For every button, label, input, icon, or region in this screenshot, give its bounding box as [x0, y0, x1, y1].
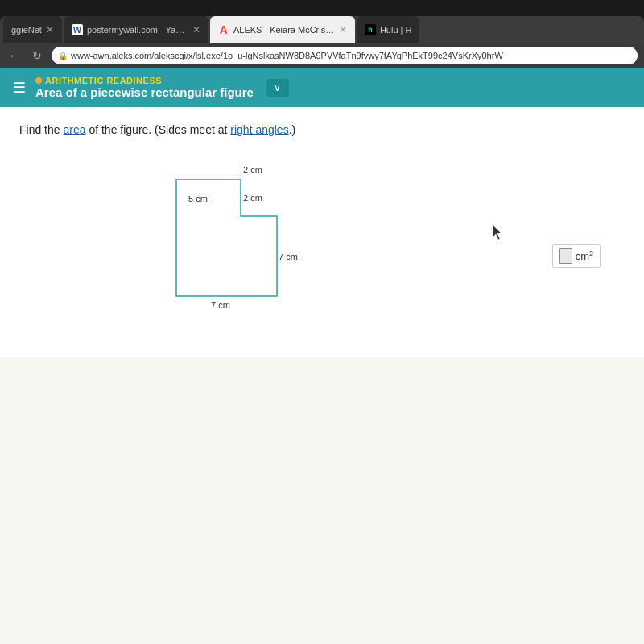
- tab-postermywall-label: postermywall.com - Yahoo Searc: [87, 25, 188, 35]
- label-7cm-right: 7 cm: [279, 252, 298, 262]
- tab-aleks-label: ALEKS - Keiara McCriston - Learn: [233, 25, 335, 35]
- expand-button[interactable]: ∨: [266, 79, 289, 97]
- page-title: Area of a piecewise rectangular figure: [35, 85, 254, 99]
- hulu-icon: h: [365, 24, 376, 35]
- tab-hulu[interactable]: h Hulu | H: [357, 16, 420, 43]
- figure-svg: 2 cm 2 cm 5 cm 7 cm 7 cm: [116, 155, 374, 332]
- status-dot: [35, 77, 42, 84]
- page-content: ☰ ARITHMETIC READINESS Area of a piecewi…: [0, 68, 644, 644]
- answer-unit: cm2: [576, 250, 593, 262]
- cursor: [493, 225, 504, 244]
- reload-button[interactable]: ↻: [29, 49, 45, 62]
- aleks-header: ☰ ARITHMETIC READINESS Area of a piecewi…: [0, 68, 644, 107]
- url-text: www-awn.aleks.com/alekscgi/x/lsl.exe/1o_…: [71, 51, 503, 60]
- right-angles-link[interactable]: right angles: [230, 123, 288, 136]
- area-link[interactable]: area: [63, 123, 85, 136]
- hamburger-menu[interactable]: ☰: [13, 79, 26, 97]
- tab-close-icon-3[interactable]: ✕: [339, 24, 347, 35]
- tab-close-icon[interactable]: ✕: [46, 24, 54, 35]
- tab-aleks[interactable]: A ALEKS - Keiara McCriston - Learn ✕: [210, 16, 355, 43]
- figure-area: 2 cm 2 cm 5 cm 7 cm 7 cm cm2: [68, 155, 625, 341]
- tab-close-icon-2[interactable]: ✕: [192, 24, 200, 35]
- header-text: ARITHMETIC READINESS Area of a piecewise…: [35, 76, 254, 99]
- label-2cm-top: 2 cm: [243, 165, 262, 175]
- tab-postermywall[interactable]: W postermywall.com - Yahoo Searc ✕: [64, 16, 208, 43]
- aleks-icon: A: [218, 24, 229, 35]
- back-button[interactable]: ←: [6, 49, 23, 62]
- url-bar[interactable]: 🔒 www-awn.aleks.com/alekscgi/x/lsl.exe/1…: [52, 47, 638, 64]
- label-5cm: 5 cm: [188, 194, 208, 204]
- main-content: Find the area of the figure. (Sides meet…: [0, 107, 644, 357]
- address-bar: ← ↻ 🔒 www-awn.aleks.com/alekscgi/x/lsl.e…: [0, 43, 644, 68]
- lock-icon: 🔒: [58, 52, 68, 60]
- label-7cm-bottom: 7 cm: [211, 300, 230, 310]
- tab-aggienet[interactable]: ggieNet ✕: [3, 16, 62, 43]
- tab-hulu-label: Hulu | H: [380, 25, 412, 35]
- tab-aggienet-label: ggieNet: [11, 25, 42, 35]
- tab-bar: ggieNet ✕ W postermywall.com - Yahoo Sea…: [0, 16, 644, 43]
- svg-marker-1: [493, 225, 502, 240]
- label-2cm-right: 2 cm: [243, 193, 262, 203]
- answer-input[interactable]: [559, 248, 572, 264]
- answer-box: cm2: [552, 244, 601, 268]
- section-label: ARITHMETIC READINESS: [35, 76, 254, 85]
- question-text: Find the area of the figure. (Sides meet…: [19, 123, 625, 136]
- word-icon: W: [72, 24, 83, 35]
